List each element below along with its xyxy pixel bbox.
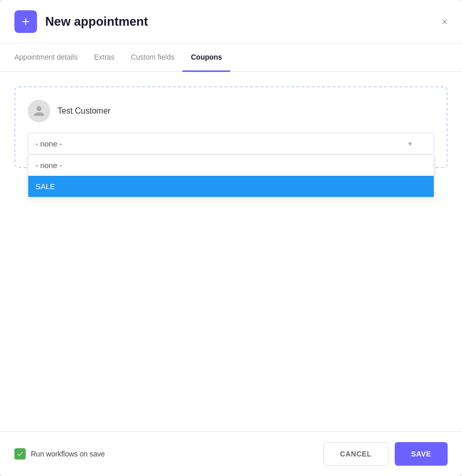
tab-appointment-details[interactable]: Appointment details [14,44,86,72]
avatar [28,100,50,122]
modal-header: New appointment × [0,0,462,44]
footer-buttons: CANCEL SAVE [323,442,448,466]
cancel-button[interactable]: CANCEL [323,442,389,466]
user-icon [33,105,45,117]
save-button[interactable]: SAVE [395,442,448,466]
workflow-label: Run workflows on save [31,450,105,458]
coupon-select[interactable]: - none - ▼ [28,133,434,155]
customer-card: Test Customer - none - ▼ - none - SALE [14,86,448,168]
coupon-dropdown: - none - SALE [28,155,434,197]
dropdown-item-none[interactable]: - none - [28,155,434,176]
modal-container: New appointment × Appointment details Ex… [0,0,462,476]
select-value: - none - [35,139,62,148]
customer-name: Test Customer [58,106,110,116]
new-appointment-icon [14,10,37,33]
modal-footer: Run workflows on save CANCEL SAVE [0,431,462,476]
checkbox-checked-icon [14,448,26,460]
checkmark-icon [16,450,24,457]
modal-body: Test Customer - none - ▼ - none - SALE [0,72,462,431]
modal-title: New appointment [45,14,148,29]
dropdown-item-sale[interactable]: SALE [28,176,434,197]
coupon-select-wrapper: - none - ▼ - none - SALE [28,133,434,155]
workflow-checkbox-area[interactable]: Run workflows on save [14,448,105,460]
tab-extras[interactable]: Extras [86,44,123,72]
tab-custom-fields[interactable]: Custom fields [123,44,183,72]
tabs-container: Appointment details Extras Custom fields… [0,44,462,72]
customer-info: Test Customer [28,100,434,122]
plus-icon [20,16,31,27]
select-arrow-icon: ▼ [407,140,413,148]
close-button[interactable]: × [439,14,450,29]
tab-coupons[interactable]: Coupons [182,44,230,72]
